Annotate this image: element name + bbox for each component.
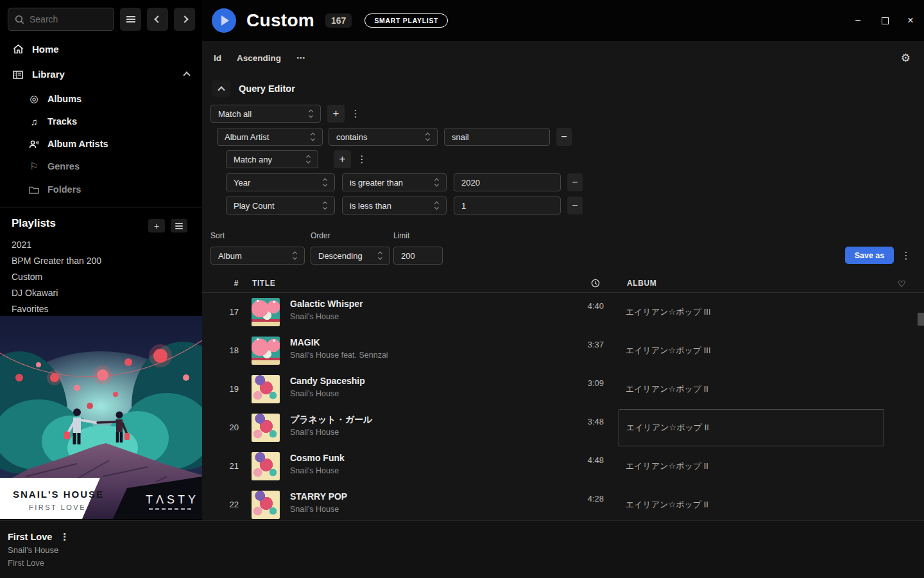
- rule-field-select[interactable]: Album Artist: [217, 128, 323, 146]
- table-row[interactable]: 18 MAGIK Snail’s House feat. Sennzai 3:3…: [202, 331, 924, 370]
- playlist-item[interactable]: BPM Greater than 200: [12, 253, 191, 268]
- playlist-item[interactable]: 2021: [12, 237, 191, 252]
- order-select[interactable]: Descending: [311, 247, 390, 265]
- rule-value-input[interactable]: [452, 132, 542, 142]
- now-playing-artist[interactable]: Snail’s House: [8, 545, 58, 555]
- add-rule-button[interactable]: +: [327, 105, 345, 123]
- track-album-art[interactable]: [252, 452, 280, 480]
- minimize-button[interactable]: −: [851, 14, 865, 27]
- search-box[interactable]: [8, 8, 114, 31]
- query-editor-collapse-button[interactable]: [212, 80, 230, 97]
- track-album-focused-cell[interactable]: エイリアン☆ポップ II: [619, 409, 884, 446]
- track-title[interactable]: MAGIK: [290, 337, 320, 347]
- track-album[interactable]: エイリアン☆ポップ II: [619, 486, 884, 520]
- sort-direction-button[interactable]: Ascending: [237, 53, 281, 63]
- group-match-select[interactable]: Match any: [226, 150, 318, 168]
- query-more-button[interactable]: ⋮: [900, 247, 912, 265]
- sidebar-item-home[interactable]: Home: [0, 39, 202, 59]
- scrollbar-thumb[interactable]: [918, 313, 924, 326]
- column-title[interactable]: TITLE: [252, 279, 275, 288]
- art-album-text: FIRST LOVE: [29, 504, 86, 511]
- table-row[interactable]: 19 Candy Spaceship Snail’s House 3:09 エイ…: [202, 370, 924, 408]
- track-number: 21: [218, 461, 239, 471]
- track-album[interactable]: エイリアン☆ポップ II: [619, 370, 884, 408]
- limit-input-wrap: [393, 247, 443, 265]
- updown-caret-icon: [323, 201, 329, 211]
- sidebar-item-library[interactable]: Library: [0, 64, 202, 84]
- track-artist[interactable]: Snail’s House: [290, 466, 339, 475]
- group-rule2-field-select[interactable]: Play Count: [226, 197, 335, 215]
- group-menu-button[interactable]: ⋮: [356, 150, 368, 168]
- track-artist[interactable]: Snail’s House: [290, 312, 339, 321]
- playlist-item[interactable]: Favorites: [12, 301, 191, 317]
- track-artist[interactable]: Snail’s House: [290, 505, 339, 514]
- group-rule1-value-input[interactable]: [461, 178, 553, 188]
- sidebar-item-genres[interactable]: ⚐ Genres: [0, 157, 202, 176]
- sidebar-item-albums[interactable]: ◎ Albums: [0, 89, 202, 109]
- sort-select[interactable]: Album: [210, 247, 305, 265]
- group-rule1-operator-select[interactable]: is greater than: [342, 173, 447, 191]
- select-value: Match all: [218, 109, 252, 119]
- track-title[interactable]: STARRY POP: [290, 491, 347, 502]
- settings-button[interactable]: ⚙: [901, 51, 911, 65]
- track-album-art[interactable]: [252, 298, 280, 326]
- track-album[interactable]: エイリアン☆ポップ II: [619, 447, 884, 486]
- track-album-art[interactable]: [252, 491, 280, 519]
- remove-group-rule2-button[interactable]: −: [567, 197, 583, 215]
- group-rule2-value-input[interactable]: [461, 201, 553, 211]
- chevron-up-icon[interactable]: [183, 71, 190, 78]
- playlist-item[interactable]: Custom: [12, 269, 191, 285]
- add-group-rule-button[interactable]: +: [334, 150, 351, 168]
- back-button[interactable]: [147, 8, 168, 31]
- playlists-heading: Playlists: [12, 217, 56, 230]
- track-album-art[interactable]: [252, 414, 280, 442]
- remove-rule-button[interactable]: −: [556, 128, 572, 146]
- table-row[interactable]: 22 STARRY POP Snail’s House 4:28 エイリアン☆ポ…: [202, 486, 924, 520]
- table-row[interactable]: 20 プラネット・ガール Snail’s House 3:48 エイリアン☆ポッ…: [202, 408, 924, 447]
- forward-button[interactable]: [174, 8, 195, 31]
- group-rule1-field-select[interactable]: Year: [226, 173, 335, 191]
- playlist-item[interactable]: DJ Okawari: [12, 285, 191, 301]
- maximize-button[interactable]: [878, 14, 892, 27]
- close-button[interactable]: ×: [903, 14, 918, 27]
- track-album[interactable]: エイリアン☆ポップ III: [619, 331, 884, 370]
- playlist-list-button[interactable]: [171, 219, 187, 232]
- column-index[interactable]: #: [229, 279, 239, 288]
- home-icon: [12, 44, 24, 54]
- more-options-button[interactable]: ⋯: [296, 53, 305, 63]
- track-title[interactable]: Candy Spaceship: [290, 376, 365, 386]
- now-playing-title[interactable]: First Love: [8, 532, 52, 542]
- now-playing-album[interactable]: First Love: [8, 558, 44, 568]
- sidebar-item-folders[interactable]: Folders: [0, 180, 202, 199]
- track-title[interactable]: プラネット・ガール: [290, 414, 372, 426]
- sidebar-item-tracks[interactable]: ♫ Tracks: [0, 112, 202, 131]
- remove-group-rule1-button[interactable]: −: [567, 173, 583, 191]
- track-title[interactable]: Galactic Whisper: [290, 299, 363, 309]
- root-match-select[interactable]: Match all: [210, 105, 321, 123]
- table-row[interactable]: 17 Galactic Whisper Snail’s House 4:40 エ…: [202, 293, 924, 331]
- clock-icon[interactable]: [591, 279, 600, 288]
- sort-field-button[interactable]: Id: [214, 53, 221, 63]
- track-album[interactable]: エイリアン☆ポップ III: [619, 293, 884, 331]
- track-artist[interactable]: Snail’s House: [290, 389, 339, 398]
- menu-button[interactable]: [120, 8, 141, 31]
- search-input[interactable]: [30, 14, 100, 24]
- track-menu-button[interactable]: ⋮: [60, 531, 69, 543]
- play-playlist-button[interactable]: [212, 8, 236, 33]
- track-album-art[interactable]: [252, 375, 280, 403]
- track-artist[interactable]: Snail’s House feat. Sennzai: [290, 351, 388, 360]
- track-album-art[interactable]: [252, 337, 280, 365]
- sidebar-item-album-artists[interactable]: Album Artists: [0, 134, 202, 153]
- rule-group-menu-button[interactable]: ⋮: [350, 105, 361, 123]
- save-as-button[interactable]: Save as: [845, 247, 894, 264]
- add-playlist-button[interactable]: +: [148, 219, 165, 232]
- column-album[interactable]: ALBUM: [627, 279, 656, 288]
- track-title[interactable]: Cosmo Funk: [290, 453, 345, 463]
- now-playing-album-art[interactable]: SNAIL'S HOUSE FIRST LOVE TΛSTY: [0, 316, 202, 519]
- track-artist[interactable]: Snail’s House: [290, 428, 339, 437]
- rule-operator-select[interactable]: contains: [329, 128, 438, 146]
- heart-icon[interactable]: ♡: [898, 279, 906, 289]
- table-row[interactable]: 21 Cosmo Funk Snail’s House 4:48 エイリアン☆ポ…: [202, 447, 924, 486]
- limit-input[interactable]: [401, 251, 435, 261]
- group-rule2-operator-select[interactable]: is less than: [342, 197, 447, 215]
